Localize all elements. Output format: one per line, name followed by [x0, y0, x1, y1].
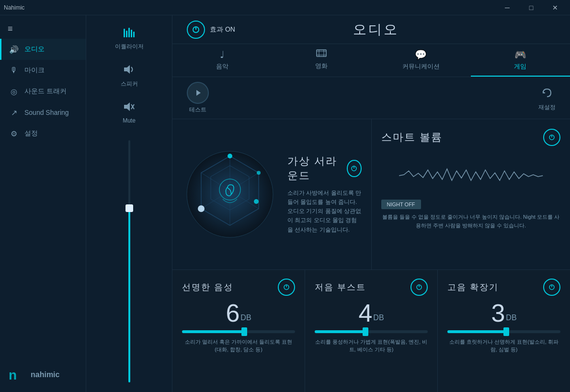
svg-rect-3 — [128, 28, 130, 37]
sidebar-label-sharing: Sound Sharing — [24, 109, 69, 116]
app-title: Nahimic — [4, 4, 24, 11]
logo-area: n nahimic — [0, 358, 86, 392]
treble-db-value: 3 DB — [491, 301, 516, 325]
tab-game[interactable]: 🎮 게임 — [471, 44, 570, 77]
tracker-icon: ◎ — [9, 87, 19, 96]
treble-slider[interactable] — [447, 330, 560, 333]
speaker-button[interactable]: 스피커 — [86, 57, 172, 95]
surround-title: 가상 서라운드 — [287, 154, 347, 183]
equalizer-label: 이퀄라이저 — [115, 43, 144, 51]
sidebar-item-mic[interactable]: 🎙 마이크 — [0, 60, 86, 81]
vocal-db-number: 6 — [226, 301, 239, 325]
sidebar-item-tracker[interactable]: ◎ 사운드 트래커 — [0, 81, 86, 102]
bass-boost-card: 저음 부스트 4 DB — [305, 270, 437, 392]
bass-power-button[interactable] — [410, 279, 428, 296]
bass-slider[interactable] — [315, 330, 428, 333]
hamburger-icon[interactable]: ≡ — [0, 19, 86, 39]
vocal-slider-thumb[interactable] — [241, 327, 247, 336]
mute-button[interactable]: Mute — [86, 95, 172, 131]
sidebar-label-mic: 마이크 — [24, 66, 45, 75]
treble-title: 고음 확장기 — [447, 281, 499, 293]
speaker-icon — [123, 64, 136, 77]
settings-icon: ⚙ — [9, 129, 19, 138]
svg-rect-12 — [317, 50, 326, 56]
volume-thumb[interactable] — [125, 204, 133, 212]
sidebar-item-settings[interactable]: ⚙ 설정 — [0, 123, 86, 144]
equalizer-icon — [123, 27, 136, 40]
surround-power-button[interactable] — [347, 160, 361, 177]
close-button[interactable]: ✕ — [544, 0, 566, 15]
main-content: 효과 ON 오디오 ♩ 음악 — [172, 15, 570, 392]
comm-tab-icon: 💬 — [415, 49, 427, 60]
mic-icon: 🎙 — [9, 66, 19, 75]
test-row: 테스트 재설정 — [172, 77, 570, 119]
treble-boost-card: 고음 확장기 3 DB — [438, 270, 570, 392]
audio-icon: 🔊 — [9, 45, 19, 54]
svg-point-27 — [254, 199, 259, 204]
vocal-db-value: 6 DB — [226, 301, 251, 325]
smartvol-title-row: 스마트 볼륨 — [381, 129, 561, 146]
volume-slider[interactable] — [86, 131, 172, 392]
treble-slider-fill — [447, 330, 506, 333]
equalizer-button[interactable]: 이퀄라이저 — [86, 20, 172, 57]
volume-track[interactable] — [128, 140, 130, 382]
bass-db-value: 4 DB — [358, 301, 384, 325]
surround-card: 가상 서라운드 소리가 사방에서 올리도록 만들어 몰입도를 높여 줍니다. 오… — [172, 119, 371, 269]
comm-tab-label: 커뮤니케이션 — [402, 62, 440, 71]
surround-info: 가상 서라운드 소리가 사방에서 올리도록 만들어 몰입도를 높여 줍니다. 오… — [287, 154, 362, 235]
tab-music[interactable]: ♩ 음악 — [172, 44, 272, 77]
minimize-button[interactable]: ─ — [496, 0, 518, 15]
titlebar: Nahimic ─ □ ✕ — [0, 0, 570, 15]
vocal-db-unit: DB — [240, 314, 251, 325]
page-title: 오디오 — [353, 21, 399, 39]
treble-power-button[interactable] — [543, 279, 560, 296]
treble-db-number: 3 — [491, 301, 505, 325]
surround-visual — [182, 146, 278, 242]
sidebar-item-sharing[interactable]: ↗ Sound Sharing — [0, 102, 86, 123]
power-button[interactable]: 효과 ON — [187, 21, 235, 39]
volume-fill — [128, 208, 130, 382]
bottom-cards: 선명한 음성 6 DB — [172, 270, 570, 392]
sharing-icon: ↗ — [9, 108, 19, 117]
vocal-slider[interactable] — [182, 330, 295, 333]
night-off-button[interactable]: NIGHT OFF — [381, 200, 421, 209]
svg-point-24 — [228, 154, 232, 158]
sidebar: ≡ 🔊 오디오 🎙 마이크 ◎ 사운드 트래커 ↗ Sound Sharing … — [0, 15, 86, 392]
power-circle-icon — [187, 21, 205, 39]
vocal-power-button[interactable] — [278, 279, 295, 296]
waveform-visual — [381, 157, 561, 195]
vocal-desc: 소리가 멀리서 혹은 가까이에서 들리도록 표현(대화, 합창, 담소 등) — [182, 338, 295, 354]
test-button[interactable]: 테스트 — [187, 82, 209, 114]
vocal-title: 선명한 음성 — [182, 281, 233, 293]
reset-icon — [538, 84, 556, 101]
tab-comm[interactable]: 💬 커뮤니케이션 — [371, 44, 471, 77]
bass-slider-thumb[interactable] — [363, 327, 368, 336]
nav-tabs: ♩ 음악 영화 💬 커뮤니케이션 — [172, 44, 570, 77]
sidebar-label-audio: 오디오 — [24, 45, 45, 54]
surround-desc: 소리가 사방에서 올리도록 만들어 몰입도를 높여 줍니다. 오디오 기기의 품… — [287, 189, 362, 235]
reset-button[interactable]: 재설정 — [538, 84, 556, 112]
svg-rect-1 — [124, 29, 125, 37]
svg-rect-4 — [131, 30, 132, 37]
content-header: 효과 ON 오디오 — [172, 15, 570, 44]
smartvol-power-button[interactable] — [543, 129, 560, 146]
page-title-text: 오디오 — [353, 22, 399, 37]
smartvol-card: 스마트 볼륨 NIGHT OFF 볼륨을 들을 수 없을 정도로 줄이거나 너무… — [372, 119, 570, 269]
nahimic-logo-icon: n — [8, 365, 27, 384]
sidebar-item-audio[interactable]: 🔊 오디오 — [0, 39, 86, 60]
logo-text: nahimic — [31, 370, 59, 379]
bass-slider-fill — [315, 330, 365, 333]
treble-db-unit: DB — [506, 314, 516, 325]
svg-marker-7 — [124, 102, 130, 111]
treble-slider-thumb[interactable] — [503, 327, 509, 336]
maximize-button[interactable]: □ — [520, 0, 542, 15]
vocal-slider-fill — [182, 330, 244, 333]
svg-rect-5 — [133, 32, 135, 37]
treble-desc: 소리를 흐릿하거나 선명하게 표현(발소리, 휘파람, 심벌 등) — [447, 338, 560, 354]
tab-movie[interactable]: 영화 — [272, 44, 372, 77]
movie-tab-icon — [316, 49, 327, 60]
music-tab-label: 음악 — [216, 62, 228, 71]
surround-title-row: 가상 서라운드 — [287, 154, 362, 183]
vocal-title-row: 선명한 음성 — [182, 279, 295, 296]
game-tab-label: 게임 — [514, 62, 526, 71]
